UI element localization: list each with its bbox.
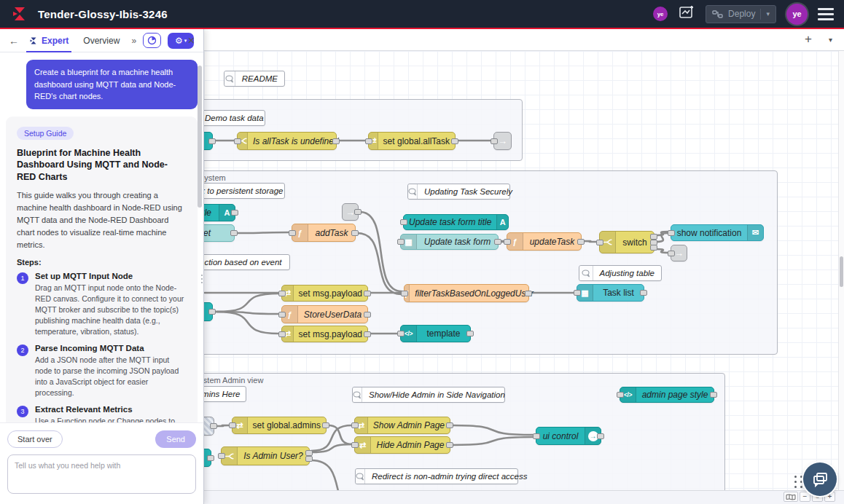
output-port[interactable] [208,138,216,144]
node-switch[interactable]: switch [599,231,655,253]
output-port[interactable] [207,455,214,461]
node-storeuserdata[interactable]: ƒStoreUserData [281,305,368,323]
node-set-msg-payload[interactable]: ⇄set msg.payload [281,326,368,342]
output-port[interactable] [650,234,657,240]
output-port[interactable] [332,138,340,144]
canvas-vertical-scrollbar[interactable] [838,51,844,490]
chat-input[interactable] [7,454,196,494]
output-port[interactable] [364,331,371,337]
output-port[interactable] [364,291,371,296]
output-port[interactable] [640,290,647,296]
more-tabs-icon[interactable]: » [131,36,136,46]
output-port[interactable] [305,450,313,456]
node-set-msg-payload[interactable]: ⇄set msg.payload [281,285,368,302]
comment-node-show-hide-admin-in-side-navigation[interactable]: Show/Hide Admin in Side Navigation [352,387,505,403]
node-template[interactable]: </>template [400,325,471,342]
input-port[interactable] [668,251,675,256]
scrollbar-thumb[interactable] [840,256,843,287]
node-show-admin-page[interactable]: ⇄Show Admin Page [354,417,450,434]
avatar-small[interactable]: ye [653,7,668,21]
add-flow-button[interactable]: + [805,32,812,47]
input-port[interactable] [278,291,286,296]
input-port[interactable] [278,331,286,337]
output-port[interactable] [230,230,238,236]
input-port[interactable] [218,453,225,459]
output-port[interactable] [351,230,359,236]
start-over-button[interactable]: Start over [7,430,63,448]
output-port[interactable] [364,312,371,318]
output-port[interactable] [494,239,501,245]
node-link[interactable]: → [342,203,359,221]
back-icon[interactable]: ← [9,35,19,47]
tab-overview[interactable]: Overview [80,29,122,52]
drag-handle-icon[interactable] [794,476,803,488]
output-port[interactable] [208,309,216,315]
output-port[interactable] [525,291,532,296]
send-button[interactable]: Send [155,430,196,448]
output-port[interactable] [231,210,238,216]
output-port[interactable] [210,423,217,429]
minimap-toggle-button[interactable] [784,492,798,502]
flow-group[interactable] [187,99,523,161]
output-port[interactable] [446,422,453,428]
node-addtask[interactable]: ƒaddTask [292,224,356,242]
node-set-global-admins[interactable]: ⇄set global.admins [232,417,327,434]
output-port[interactable] [650,245,657,251]
node-update-task-form[interactable]: ▦Update task form [400,234,499,250]
input-port[interactable] [351,442,359,448]
input-port[interactable] [289,230,296,236]
node-filtertaskbasedonloggeduser[interactable]: ƒfilterTaskBasedOnLoggedUser [404,284,529,302]
input-port[interactable] [365,138,372,144]
input-port[interactable] [504,239,511,245]
close-icon[interactable]: × [188,34,195,47]
panel-scrollbar[interactable] [198,66,202,208]
user-avatar[interactable]: ye [786,4,808,25]
comment-node-updating-task-securely[interactable]: Updating Task Securely [407,184,510,200]
node-ui-control[interactable]: ui control→ [536,427,601,445]
input-port[interactable] [401,291,408,296]
comment-node-redirect-is-non-admin-trying-direct-access[interactable]: Redirect is non-admin trying direct acce… [355,468,518,484]
panel-resize-handle[interactable] [201,275,203,283]
input-port[interactable] [596,240,603,245]
pie-chart-button[interactable] [143,33,161,48]
input-port[interactable] [397,331,405,336]
output-port[interactable] [354,209,362,215]
node-link[interactable]: → [671,245,687,261]
input-port[interactable] [400,219,407,225]
input-port[interactable] [491,138,498,144]
deploy-caret-icon[interactable]: ▾ [766,10,770,17]
input-port[interactable] [668,230,675,236]
node-updatetask[interactable]: ƒupdateTask [507,232,582,251]
input-port[interactable] [574,290,581,296]
node-admin-page-style[interactable]: </>admin page style [620,387,714,403]
chat-messages[interactable]: Create a blueprint for a machine health … [0,52,203,422]
output-port[interactable] [577,239,585,245]
output-port[interactable] [322,422,329,428]
comment-node-adjusting-table[interactable]: Adjusting table [579,265,662,281]
zoom-out-button[interactable]: − [800,492,810,502]
input-port[interactable] [397,239,405,245]
comment-node-readme[interactable]: README [224,71,285,87]
node-is-alltask-is-undefined[interactable]: Is allTask is undefined [237,132,337,150]
input-port[interactable] [533,433,540,439]
output-port[interactable] [466,331,474,336]
main-menu-icon[interactable] [818,8,834,20]
input-port[interactable] [351,422,359,428]
output-port[interactable] [451,138,458,144]
flow-list-caret-icon[interactable]: ▾ [829,36,832,44]
input-port[interactable] [234,138,241,144]
input-port[interactable] [229,422,236,428]
node-link[interactable]: → [493,132,512,150]
chat-fab-button[interactable] [803,462,837,496]
output-port[interactable] [710,392,717,398]
output-port[interactable] [446,442,453,448]
output-port[interactable] [305,456,313,462]
input-port[interactable] [278,312,286,318]
node-show-notification[interactable]: show notification✉ [671,224,764,241]
node-set-global-alltask[interactable]: ⇄set global.allTask [368,132,456,150]
node-task-list[interactable]: ▦Task list [577,284,644,302]
node-is-admin-user[interactable]: Is Admin User? [221,446,310,465]
ai-flow-icon[interactable] [678,4,695,24]
tab-expert[interactable]: Expert [26,29,71,52]
node-hide-admin-page[interactable]: ⇄Hide Admin Page [354,436,450,454]
